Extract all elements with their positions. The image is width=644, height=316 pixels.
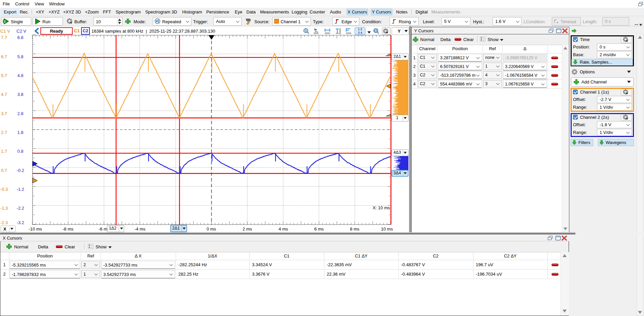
svg-text:X: 10 ms: X: 10 ms — [373, 205, 390, 210]
svg-text:1: 1 — [4, 20, 5, 23]
